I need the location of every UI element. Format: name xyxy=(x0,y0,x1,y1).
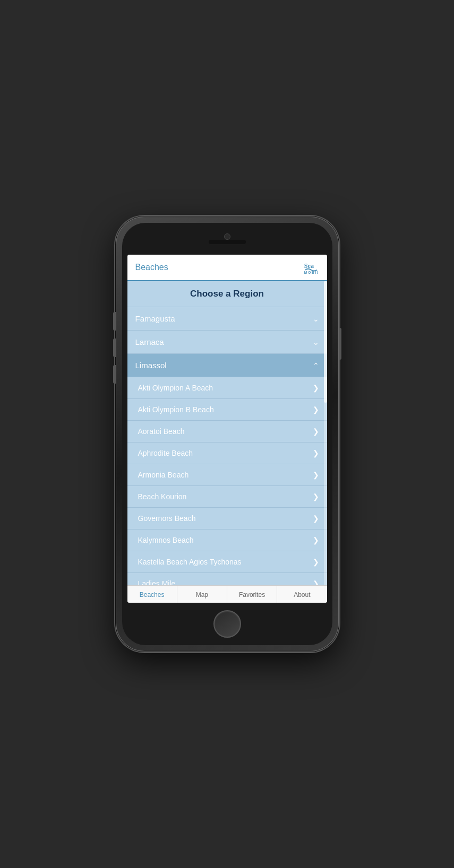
beach-armonia-label: Armonia Beach xyxy=(138,471,189,479)
chevron-right-icon: ❯ xyxy=(313,384,319,392)
beach-kalymnos-label: Kalymnos Beach xyxy=(138,536,194,544)
beach-governors-label: Governors Beach xyxy=(138,514,196,523)
tab-bar: Beaches Map Favorites About xyxy=(127,585,327,603)
beach-governors[interactable]: Governors Beach ❯ xyxy=(127,508,327,530)
beach-akti-b[interactable]: Akti Olympion B Beach ❯ xyxy=(127,399,327,421)
beach-armonia[interactable]: Armonia Beach ❯ xyxy=(127,464,327,486)
chevron-right-icon: ❯ xyxy=(313,427,319,436)
beach-aoratoi[interactable]: Aoratoi Beach ❯ xyxy=(127,421,327,442)
chevron-down-icon: ⌄ xyxy=(313,315,319,323)
beach-aphrodite[interactable]: Aphrodite Beach ❯ xyxy=(127,442,327,464)
region-famagusta[interactable]: Famagusta ⌄ xyxy=(127,307,327,331)
app-body[interactable]: Choose a Region Famagusta ⌄ Larnaca ⌄ Li… xyxy=(127,281,327,585)
beach-aoratoi-label: Aoratoi Beach xyxy=(138,427,185,436)
region-larnaca-label: Larnaca xyxy=(135,337,164,346)
chevron-up-icon: ⌃ xyxy=(313,361,319,370)
chevron-down-icon: ⌄ xyxy=(313,338,319,346)
chevron-right-icon: ❯ xyxy=(313,536,319,544)
region-limassol[interactable]: Limassol ⌃ xyxy=(127,354,327,377)
beach-kalymnos[interactable]: Kalymnos Beach ❯ xyxy=(127,530,327,551)
region-limassol-label: Limassol xyxy=(135,361,167,370)
chevron-right-icon: ❯ xyxy=(313,471,319,479)
phone-device: Beaches Sea MOBILE Choose a Region Famag… xyxy=(116,216,339,652)
beach-akti-a[interactable]: Akti Olympion A Beach ❯ xyxy=(127,377,327,399)
home-button[interactable] xyxy=(213,610,241,638)
tab-about[interactable]: About xyxy=(277,586,327,603)
beach-akti-a-label: Akti Olympion A Beach xyxy=(138,384,213,392)
screen: Beaches Sea MOBILE Choose a Region Famag… xyxy=(127,255,327,603)
beach-kourion-label: Beach Kourion xyxy=(138,492,187,501)
svg-text:Sea: Sea xyxy=(304,262,313,270)
chevron-right-icon: ❯ xyxy=(313,558,319,566)
beach-aphrodite-label: Aphrodite Beach xyxy=(138,449,193,457)
tab-favorites[interactable]: Favorites xyxy=(227,586,277,603)
chevron-right-icon: ❯ xyxy=(313,514,319,523)
region-larnaca[interactable]: Larnaca ⌄ xyxy=(127,331,327,354)
beach-kourion[interactable]: Beach Kourion ❯ xyxy=(127,486,327,508)
sea-mobile-logo: Sea MOBILE xyxy=(303,260,318,275)
section-title: Choose a Region xyxy=(127,281,327,307)
tab-beaches-label: Beaches xyxy=(140,591,165,598)
beach-kastella[interactable]: Kastella Beach Agios Tychonas ❯ xyxy=(127,551,327,573)
logo-container: Sea MOBILE xyxy=(303,260,319,275)
tab-map[interactable]: Map xyxy=(177,586,227,603)
chevron-right-icon: ❯ xyxy=(313,405,319,414)
beach-ladies-mile-label: Ladies Mile xyxy=(138,579,176,585)
beach-akti-b-label: Akti Olympion B Beach xyxy=(138,405,214,414)
svg-text:MOBILE: MOBILE xyxy=(304,271,318,274)
beach-kastella-label: Kastella Beach Agios Tychonas xyxy=(138,558,242,566)
region-famagusta-label: Famagusta xyxy=(135,314,175,323)
header-title: Beaches xyxy=(135,263,168,272)
scrollbar-thumb[interactable] xyxy=(324,281,327,403)
chevron-right-icon: ❯ xyxy=(313,579,319,585)
chevron-right-icon: ❯ xyxy=(313,449,319,457)
tab-beaches[interactable]: Beaches xyxy=(127,586,177,603)
tab-map-label: Map xyxy=(196,591,208,598)
app-header: Beaches Sea MOBILE xyxy=(127,255,327,281)
camera xyxy=(224,233,230,240)
tab-about-label: About xyxy=(294,591,310,598)
tab-favorites-label: Favorites xyxy=(239,591,265,598)
speaker xyxy=(209,240,246,244)
chevron-right-icon: ❯ xyxy=(313,492,319,501)
beach-ladies-mile[interactable]: Ladies Mile ❯ xyxy=(127,573,327,585)
phone-body: Beaches Sea MOBILE Choose a Region Famag… xyxy=(122,223,332,645)
scrollbar-track xyxy=(324,281,327,585)
